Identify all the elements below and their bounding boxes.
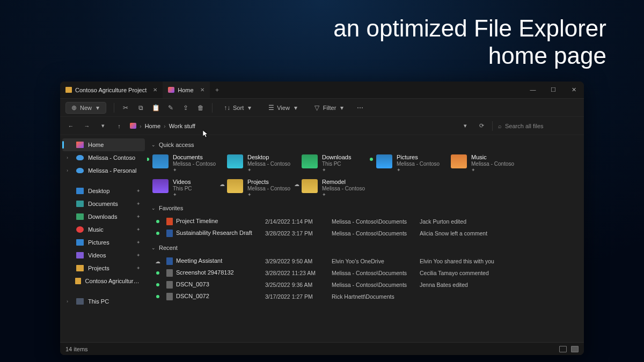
chevron-down-icon: ▾ <box>338 104 346 112</box>
filter-button[interactable]: ▽ Filter ▾ <box>310 102 349 113</box>
quick-access-item[interactable]: VideosThis PC✦ <box>150 177 223 200</box>
separator <box>212 103 213 113</box>
chevron-right-icon[interactable]: › <box>67 155 72 160</box>
sidebar-item-label: Contoso Agriculture Project <box>85 278 141 284</box>
item-date: 3/29/2022 9:50 AM <box>265 258 330 264</box>
section-quick-access[interactable]: ⌄ Quick access <box>151 142 580 148</box>
folder-icon <box>451 154 467 168</box>
list-item[interactable]: Screenshot 294781323/28/2022 11:23 AMMel… <box>150 267 580 279</box>
sort-label: Sort <box>233 105 244 111</box>
item-date: 3/17/2022 1:27 PM <box>265 293 330 300</box>
folder-icon <box>376 154 392 168</box>
list-item[interactable]: DSCN_00723/17/2022 1:27 PMRick Hartnett\… <box>150 291 580 302</box>
pin-icon: ✦ <box>136 201 141 206</box>
sidebar-item-pictures[interactable]: Pictures✦ <box>62 236 145 249</box>
sidebar-item-this-pc[interactable]: ›This PC <box>62 295 145 308</box>
file-icon <box>166 257 173 265</box>
item-name: Screenshot 29478132 <box>166 269 263 277</box>
copy-icon[interactable]: ⧉ <box>137 104 144 112</box>
paste-icon[interactable]: 📋 <box>152 104 159 112</box>
more-icon[interactable]: ⋯ <box>356 104 364 112</box>
address-bar: ← → ▾ ↑ › Home › Work stuff ▾ ⟳ ⌕ Search… <box>60 117 584 135</box>
section-label: Quick access <box>159 142 194 148</box>
item-location: This PC <box>322 161 351 167</box>
thumbnails-view-button[interactable] <box>571 346 579 352</box>
quick-access-item[interactable]: ☁ProjectsMelissa - Contoso✦ <box>225 177 297 200</box>
quick-access-item[interactable]: PicturesMelissa - Contoso✦ <box>374 152 447 175</box>
close-tab-icon[interactable]: ✕ <box>200 87 204 93</box>
rename-icon[interactable]: ✎ <box>167 104 174 112</box>
pin-icon: ✦ <box>173 167 216 173</box>
view-label: View <box>277 105 290 111</box>
home-icon <box>168 87 174 93</box>
file-explorer-window: Contoso Agriculture Project ✕ Home ✕ ＋ ―… <box>60 82 584 355</box>
quick-access-item[interactable]: DownloadsThis PC✦ <box>299 152 372 175</box>
quick-access-item[interactable]: MusicMelissa - Contoso✦ <box>449 152 521 175</box>
chevron-down-icon: ▾ <box>94 104 101 112</box>
view-button[interactable]: ☰ View ▾ <box>264 102 303 113</box>
chevron-right-icon[interactable]: › <box>67 299 72 304</box>
details-view-button[interactable] <box>559 346 567 352</box>
share-icon[interactable]: ⇪ <box>182 104 189 112</box>
new-label: New <box>80 105 92 111</box>
sidebar-item-videos[interactable]: Videos✦ <box>62 249 145 262</box>
tab-home[interactable]: Home ✕ <box>163 82 209 98</box>
back-button[interactable]: ← <box>65 123 76 129</box>
section-favorites[interactable]: ⌄ Favorites <box>151 205 580 211</box>
sidebar-item-projects[interactable]: Projects✦ <box>62 262 145 275</box>
quick-access-item[interactable]: ☁RemodelMelissa - Contoso✦ <box>299 177 372 200</box>
sidebar-item-documents[interactable]: Documents✦ <box>62 197 145 210</box>
sidebar-item-account-contoso[interactable]: › Melissa - Contoso <box>62 151 145 164</box>
tab-contoso[interactable]: Contoso Agriculture Project ✕ <box>60 82 163 98</box>
pin-icon: ✦ <box>136 188 141 194</box>
filter-label: Filter <box>323 105 336 111</box>
cloud-icon <box>76 168 84 173</box>
pin-icon: ✦ <box>136 265 141 271</box>
new-button[interactable]: ⊕ New ▾ <box>65 102 106 114</box>
sidebar-item-desktop[interactable]: Desktop✦ <box>62 184 145 197</box>
crumb-workstuff[interactable]: Work stuff <box>169 123 195 129</box>
sidebar-item-contoso-agriculture[interactable]: Contoso Agriculture Project <box>62 275 145 287</box>
sidebar-item-music[interactable]: Music✦ <box>62 223 145 236</box>
maximize-button[interactable]: ☐ <box>543 86 564 93</box>
sidebar-item-downloads[interactable]: Downloads✦ <box>62 210 145 223</box>
chevron-down-icon[interactable]: ▾ <box>460 122 471 129</box>
chevron-right-icon[interactable]: › <box>67 168 72 173</box>
pictures-icon <box>76 239 84 246</box>
close-tab-icon[interactable]: ✕ <box>153 87 157 93</box>
list-item[interactable]: DSCN_00733/25/2022 9:36 AMMelissa - Cont… <box>150 279 580 291</box>
pin-icon: ✦ <box>136 214 141 219</box>
minimize-button[interactable]: ― <box>523 86 543 93</box>
item-location: This PC <box>173 186 192 192</box>
search-box[interactable]: ⌕ Search all files <box>498 123 579 129</box>
sidebar-item-home[interactable]: Home <box>62 138 145 151</box>
section-recent[interactable]: ⌄ Recent <box>151 245 580 251</box>
home-icon <box>130 123 136 129</box>
cut-icon[interactable]: ✂ <box>122 104 129 112</box>
refresh-button[interactable]: ⟳ <box>476 122 487 129</box>
item-location: Melissa - Contoso <box>471 161 514 167</box>
toolbar: ⊕ New ▾ ✂ ⧉ 📋 ✎ ⇪ 🗑 ↑↓ Sort ▾ ☰ View ▾ ▽… <box>60 99 584 117</box>
close-button[interactable]: ✕ <box>564 86 584 93</box>
item-activity: Jack Purton edited <box>420 218 580 225</box>
list-item[interactable]: Project Timeline2/14/2022 1:14 PMMelissa… <box>150 216 580 227</box>
new-tab-button[interactable]: ＋ <box>210 86 225 94</box>
up-button[interactable]: ↑ <box>114 123 125 129</box>
folder-icon <box>302 154 318 168</box>
sort-button[interactable]: ↑↓ Sort ▾ <box>220 102 257 113</box>
music-icon <box>76 226 84 233</box>
breadcrumb[interactable]: › Home › Work stuff <box>130 123 195 129</box>
list-item[interactable]: Sustainability Research Draft3/28/2022 3… <box>150 227 580 239</box>
crumb-home[interactable]: Home <box>145 123 160 129</box>
sidebar-item-account-personal[interactable]: › Melissa - Personal <box>62 164 145 177</box>
search-placeholder: Search all files <box>505 123 544 129</box>
item-name: Remodel <box>322 179 365 186</box>
list-item[interactable]: ☁Meeting Assistant3/29/2022 9:50 AMElvin… <box>150 255 580 267</box>
quick-access-item[interactable]: DesktopMelissa - Contoso✦ <box>225 152 297 175</box>
sidebar-item-label: Music <box>88 226 104 233</box>
item-name: Documents <box>173 154 216 161</box>
delete-icon[interactable]: 🗑 <box>197 104 204 112</box>
recent-dropdown[interactable]: ▾ <box>98 122 108 129</box>
quick-access-item[interactable]: DocumentsMelissa - Contoso✦ <box>150 152 223 175</box>
forward-button[interactable]: → <box>82 123 92 129</box>
